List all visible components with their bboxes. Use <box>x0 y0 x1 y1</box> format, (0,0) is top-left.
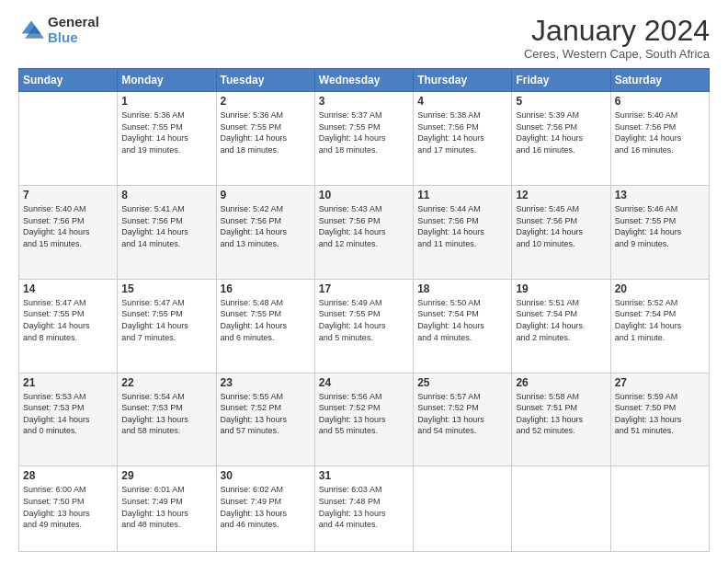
calendar-week-row: 7Sunrise: 5:40 AM Sunset: 7:56 PM Daylig… <box>19 186 710 280</box>
calendar-week-row: 1Sunrise: 5:36 AM Sunset: 7:55 PM Daylig… <box>19 92 710 186</box>
col-tuesday: Tuesday <box>216 69 314 92</box>
day-number: 6 <box>615 95 705 108</box>
table-row: 15Sunrise: 5:47 AM Sunset: 7:55 PM Dayli… <box>118 279 216 373</box>
day-info: Sunrise: 6:01 AM Sunset: 7:49 PM Dayligh… <box>121 484 211 530</box>
day-info: Sunrise: 5:43 AM Sunset: 7:56 PM Dayligh… <box>319 203 409 249</box>
table-row: 23Sunrise: 5:55 AM Sunset: 7:52 PM Dayli… <box>216 373 314 466</box>
day-number: 1 <box>121 95 211 108</box>
table-row: 19Sunrise: 5:51 AM Sunset: 7:54 PM Dayli… <box>512 279 610 373</box>
day-number: 12 <box>516 189 606 201</box>
table-row: 27Sunrise: 5:59 AM Sunset: 7:50 PM Dayli… <box>610 373 709 466</box>
calendar-header-row: Sunday Monday Tuesday Wednesday Thursday… <box>19 69 710 92</box>
logo: General Blue <box>18 15 99 45</box>
day-number: 9 <box>221 189 311 201</box>
day-number: 3 <box>319 95 409 108</box>
day-info: Sunrise: 5:36 AM Sunset: 7:55 PM Dayligh… <box>121 109 211 155</box>
main-title: January 2024 <box>524 15 710 47</box>
day-info: Sunrise: 5:53 AM Sunset: 7:53 PM Dayligh… <box>23 391 113 437</box>
day-info: Sunrise: 5:36 AM Sunset: 7:55 PM Dayligh… <box>221 109 311 155</box>
table-row <box>512 466 610 552</box>
calendar-week-row: 21Sunrise: 5:53 AM Sunset: 7:53 PM Dayli… <box>19 373 710 466</box>
day-info: Sunrise: 5:40 AM Sunset: 7:56 PM Dayligh… <box>23 203 113 249</box>
table-row: 6Sunrise: 5:40 AM Sunset: 7:56 PM Daylig… <box>610 92 709 186</box>
day-number: 8 <box>121 189 211 201</box>
col-sunday: Sunday <box>19 69 118 92</box>
calendar-table: Sunday Monday Tuesday Wednesday Thursday… <box>18 68 710 552</box>
day-info: Sunrise: 5:39 AM Sunset: 7:56 PM Dayligh… <box>516 109 606 155</box>
col-wednesday: Wednesday <box>314 69 413 92</box>
day-info: Sunrise: 5:47 AM Sunset: 7:55 PM Dayligh… <box>121 297 211 343</box>
day-number: 11 <box>417 189 507 201</box>
calendar-week-row: 28Sunrise: 6:00 AM Sunset: 7:50 PM Dayli… <box>19 466 710 552</box>
table-row: 10Sunrise: 5:43 AM Sunset: 7:56 PM Dayli… <box>314 186 413 280</box>
table-row: 12Sunrise: 5:45 AM Sunset: 7:56 PM Dayli… <box>512 186 610 280</box>
subtitle: Ceres, Western Cape, South Africa <box>524 47 710 61</box>
day-number: 14 <box>23 282 113 295</box>
day-info: Sunrise: 5:55 AM Sunset: 7:52 PM Dayligh… <box>221 391 311 437</box>
table-row: 29Sunrise: 6:01 AM Sunset: 7:49 PM Dayli… <box>118 466 216 552</box>
day-number: 19 <box>516 282 606 295</box>
table-row: 9Sunrise: 5:42 AM Sunset: 7:56 PM Daylig… <box>216 186 314 280</box>
table-row: 26Sunrise: 5:58 AM Sunset: 7:51 PM Dayli… <box>512 373 610 466</box>
day-number: 30 <box>221 469 311 482</box>
day-info: Sunrise: 5:40 AM Sunset: 7:56 PM Dayligh… <box>615 109 705 155</box>
table-row: 20Sunrise: 5:52 AM Sunset: 7:54 PM Dayli… <box>610 279 709 373</box>
day-info: Sunrise: 5:59 AM Sunset: 7:50 PM Dayligh… <box>615 391 705 437</box>
col-thursday: Thursday <box>414 69 512 92</box>
day-info: Sunrise: 5:45 AM Sunset: 7:56 PM Dayligh… <box>516 203 606 249</box>
logo-blue-text: Blue <box>48 30 99 46</box>
day-info: Sunrise: 5:42 AM Sunset: 7:56 PM Dayligh… <box>221 203 311 249</box>
table-row: 4Sunrise: 5:38 AM Sunset: 7:56 PM Daylig… <box>414 92 512 186</box>
day-number: 23 <box>221 376 311 389</box>
table-row: 31Sunrise: 6:03 AM Sunset: 7:48 PM Dayli… <box>314 466 413 552</box>
day-info: Sunrise: 5:38 AM Sunset: 7:56 PM Dayligh… <box>417 109 507 155</box>
table-row: 1Sunrise: 5:36 AM Sunset: 7:55 PM Daylig… <box>118 92 216 186</box>
col-monday: Monday <box>118 69 216 92</box>
col-saturday: Saturday <box>610 69 709 92</box>
day-number: 2 <box>221 95 311 108</box>
day-number: 27 <box>615 376 705 389</box>
table-row: 17Sunrise: 5:49 AM Sunset: 7:55 PM Dayli… <box>314 279 413 373</box>
day-info: Sunrise: 5:44 AM Sunset: 7:56 PM Dayligh… <box>417 203 507 249</box>
day-number: 5 <box>516 95 606 108</box>
day-number: 28 <box>23 469 113 482</box>
table-row: 7Sunrise: 5:40 AM Sunset: 7:56 PM Daylig… <box>19 186 118 280</box>
day-info: Sunrise: 5:58 AM Sunset: 7:51 PM Dayligh… <box>516 391 606 437</box>
day-info: Sunrise: 5:46 AM Sunset: 7:55 PM Dayligh… <box>615 203 705 249</box>
title-block: January 2024 Ceres, Western Cape, South … <box>524 15 710 61</box>
table-row: 18Sunrise: 5:50 AM Sunset: 7:54 PM Dayli… <box>414 279 512 373</box>
day-number: 16 <box>221 282 311 295</box>
day-info: Sunrise: 5:37 AM Sunset: 7:55 PM Dayligh… <box>319 109 409 155</box>
day-info: Sunrise: 6:00 AM Sunset: 7:50 PM Dayligh… <box>23 484 113 530</box>
day-number: 17 <box>319 282 409 295</box>
day-info: Sunrise: 5:49 AM Sunset: 7:55 PM Dayligh… <box>319 297 409 343</box>
table-row: 14Sunrise: 5:47 AM Sunset: 7:55 PM Dayli… <box>19 279 118 373</box>
table-row: 2Sunrise: 5:36 AM Sunset: 7:55 PM Daylig… <box>216 92 314 186</box>
col-friday: Friday <box>512 69 610 92</box>
table-row: 11Sunrise: 5:44 AM Sunset: 7:56 PM Dayli… <box>414 186 512 280</box>
table-row: 5Sunrise: 5:39 AM Sunset: 7:56 PM Daylig… <box>512 92 610 186</box>
day-info: Sunrise: 5:57 AM Sunset: 7:52 PM Dayligh… <box>417 391 507 437</box>
day-number: 21 <box>23 376 113 389</box>
day-info: Sunrise: 5:56 AM Sunset: 7:52 PM Dayligh… <box>319 391 409 437</box>
day-number: 26 <box>516 376 606 389</box>
day-number: 20 <box>615 282 705 295</box>
day-number: 15 <box>121 282 211 295</box>
day-info: Sunrise: 5:47 AM Sunset: 7:55 PM Dayligh… <box>23 297 113 343</box>
table-row <box>414 466 512 552</box>
logo-text: General Blue <box>48 15 99 45</box>
day-number: 24 <box>319 376 409 389</box>
table-row: 24Sunrise: 5:56 AM Sunset: 7:52 PM Dayli… <box>314 373 413 466</box>
day-info: Sunrise: 5:52 AM Sunset: 7:54 PM Dayligh… <box>615 297 705 343</box>
day-number: 25 <box>417 376 507 389</box>
header: General Blue January 2024 Ceres, Western… <box>18 15 710 61</box>
day-number: 18 <box>417 282 507 295</box>
day-info: Sunrise: 6:02 AM Sunset: 7:49 PM Dayligh… <box>221 484 311 530</box>
day-info: Sunrise: 5:48 AM Sunset: 7:55 PM Dayligh… <box>221 297 311 343</box>
table-row: 3Sunrise: 5:37 AM Sunset: 7:55 PM Daylig… <box>314 92 413 186</box>
day-info: Sunrise: 5:50 AM Sunset: 7:54 PM Dayligh… <box>417 297 507 343</box>
table-row: 13Sunrise: 5:46 AM Sunset: 7:55 PM Dayli… <box>610 186 709 280</box>
calendar-week-row: 14Sunrise: 5:47 AM Sunset: 7:55 PM Dayli… <box>19 279 710 373</box>
table-row: 21Sunrise: 5:53 AM Sunset: 7:53 PM Dayli… <box>19 373 118 466</box>
table-row: 16Sunrise: 5:48 AM Sunset: 7:55 PM Dayli… <box>216 279 314 373</box>
